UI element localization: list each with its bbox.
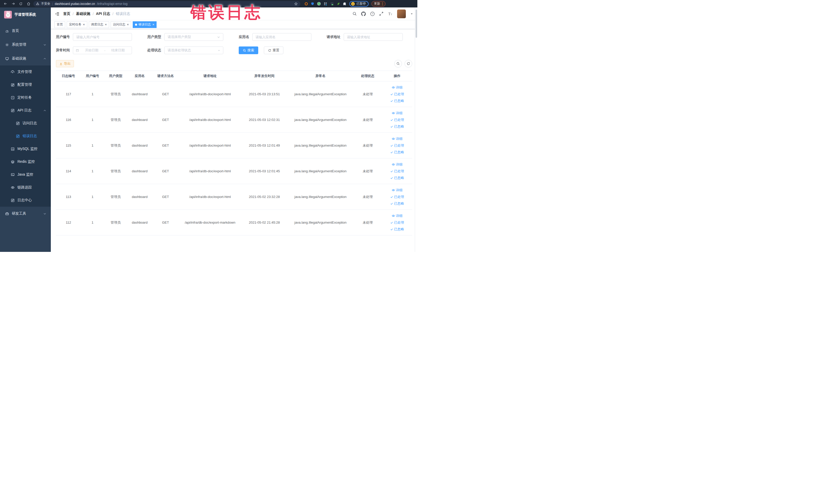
logo-rabbit-icon xyxy=(4,11,12,19)
font-size-icon[interactable]: TT xyxy=(388,12,393,16)
detail-action[interactable]: 详细 xyxy=(392,111,403,116)
cell-url: /api/infra/db-doc/export-html xyxy=(179,92,241,96)
ignore-action[interactable]: 已忽略 xyxy=(390,99,404,103)
processed-action[interactable]: 已处理 xyxy=(390,169,404,174)
tab-access-log[interactable]: 访问日志× xyxy=(110,21,131,28)
close-icon[interactable]: × xyxy=(152,23,155,26)
ignore-action[interactable]: 已忽略 xyxy=(390,227,404,231)
extension-icon[interactable] xyxy=(304,2,308,6)
sidebar-item-system[interactable]: 系统管理 xyxy=(0,38,51,52)
ignore-action[interactable]: 已忽略 xyxy=(390,124,404,129)
cell-app: dashboard xyxy=(127,118,152,122)
github-icon[interactable] xyxy=(361,12,366,16)
forward-button[interactable] xyxy=(10,1,16,7)
profile-badge[interactable]: 已暂停 xyxy=(349,1,369,7)
ignore-action[interactable]: 已忽略 xyxy=(390,176,404,180)
cell-exception: java.lang.IllegalArgumentException xyxy=(287,195,353,199)
cell-actions: 详细已处理已忽略 xyxy=(382,214,412,231)
detail-action[interactable]: 详细 xyxy=(392,85,403,90)
security-label[interactable]: 不安全 xyxy=(41,2,50,6)
date-end-placeholder[interactable]: 结束日期 xyxy=(107,48,129,53)
breadcrumb: 首页/ 基础设施/ API 日志/ 错误日志 xyxy=(63,12,130,16)
detail-action[interactable]: 详细 xyxy=(392,188,403,193)
tab-job-log[interactable]: 调度日志× xyxy=(89,21,109,28)
breadcrumb-infra[interactable]: 基础设施 xyxy=(76,12,90,16)
processed-action[interactable]: 已处理 xyxy=(390,92,404,97)
eye-icon xyxy=(11,186,15,189)
page-scrollbar[interactable] xyxy=(415,7,418,252)
processed-action[interactable]: 已处理 xyxy=(390,143,404,148)
refresh-table-button[interactable] xyxy=(405,60,412,67)
sidebar-item-log-center[interactable]: 日志中心 xyxy=(0,194,51,207)
view-icon xyxy=(392,112,395,115)
close-icon[interactable]: × xyxy=(127,23,129,26)
req-url-field-label: 请求地址 xyxy=(327,35,341,39)
hamburger-icon[interactable] xyxy=(55,12,60,16)
sidebar-item-file[interactable]: 文件管理 xyxy=(0,65,51,78)
sidebar-item-java[interactable]: Java 监控 xyxy=(0,168,51,181)
export-button[interactable]: 导出 xyxy=(56,60,74,67)
detail-action[interactable]: 详细 xyxy=(392,137,403,141)
processed-action[interactable]: 已处理 xyxy=(390,118,404,122)
docs-help-icon[interactable]: ? xyxy=(370,12,375,16)
close-icon[interactable]: × xyxy=(83,23,85,26)
sidebar-item-access-log[interactable]: 访问日志 xyxy=(0,117,51,130)
sidebar-item-mysql[interactable]: MySQL 监控 xyxy=(0,142,51,155)
sidebar-item-dev-tools[interactable]: 研发工具 xyxy=(0,207,51,221)
cell-exception: java.lang.IllegalArgumentException xyxy=(287,221,353,224)
processed-action[interactable]: 已处理 xyxy=(390,195,404,199)
update-button[interactable]: 更新 xyxy=(371,1,386,7)
tab-home[interactable]: 首页 xyxy=(55,21,65,28)
req-url-field[interactable] xyxy=(344,33,403,41)
status-select[interactable]: 请选择处理状态 xyxy=(164,46,223,54)
search-button[interactable]: 搜索 xyxy=(239,46,258,54)
extension-icon[interactable] xyxy=(311,2,314,5)
sidebar-item-config[interactable]: 配置管理 xyxy=(0,78,51,91)
date-range-picker[interactable]: 开始日期 - 结束日期 xyxy=(73,46,132,54)
detail-action[interactable]: 详细 xyxy=(392,214,403,218)
close-icon[interactable]: × xyxy=(105,23,107,26)
breadcrumb-home[interactable]: 首页 xyxy=(63,12,70,16)
app-name-field[interactable] xyxy=(252,33,311,41)
back-button[interactable] xyxy=(3,1,8,7)
sidebar-item-tracing[interactable]: 链路追踪 xyxy=(0,181,51,194)
user-type-field[interactable]: 请选择用户类型 xyxy=(164,33,223,41)
bookmark-star-icon[interactable] xyxy=(294,2,298,6)
avatar[interactable] xyxy=(397,9,406,18)
extension-icon[interactable] xyxy=(324,2,327,6)
reset-button[interactable]: 重置 xyxy=(264,46,283,54)
sidebar-item-job[interactable]: 定时任务 xyxy=(0,91,51,104)
search-icon[interactable] xyxy=(352,12,357,16)
scrollbar-thumb[interactable] xyxy=(415,9,417,38)
chevron-down-icon xyxy=(43,212,47,216)
user-id-field[interactable] xyxy=(73,33,132,41)
sidebar-item-home[interactable]: 首页 xyxy=(0,24,51,38)
fullscreen-icon[interactable] xyxy=(379,12,384,16)
ignore-action[interactable]: 已忽略 xyxy=(390,150,404,155)
toggle-search-button[interactable] xyxy=(394,60,402,67)
sidebar-item-error-log[interactable]: 错误日志 xyxy=(0,130,51,142)
cell-user-type: 管理员 xyxy=(104,195,127,199)
reload-button[interactable] xyxy=(18,1,24,7)
sidebar-item-api-log[interactable]: API 日志 xyxy=(0,104,51,117)
tab-error-log[interactable]: 错误日志× xyxy=(133,21,157,28)
extensions-puzzle-icon[interactable] xyxy=(343,2,347,6)
processed-action[interactable]: 已处理 xyxy=(390,220,404,225)
tab-job[interactable]: 定时任务× xyxy=(67,21,87,28)
extension-icon[interactable] xyxy=(317,2,321,6)
ignore-action[interactable]: 已忽略 xyxy=(390,201,404,206)
clock-icon xyxy=(11,96,15,100)
menu-kebab-icon[interactable] xyxy=(382,2,383,6)
caret-down-icon[interactable] xyxy=(410,12,413,15)
extension-icon[interactable] xyxy=(337,2,340,5)
view-icon xyxy=(392,137,395,140)
home-button[interactable] xyxy=(26,1,31,7)
sidebar-item-infra[interactable]: 基础设施 xyxy=(0,52,51,65)
refresh-icon xyxy=(407,62,410,65)
sidebar-item-redis[interactable]: Redis 监控 xyxy=(0,155,51,168)
extension-icon[interactable]: OFF xyxy=(330,2,334,6)
breadcrumb-api-log[interactable]: API 日志 xyxy=(96,12,110,16)
app-logo[interactable]: 芋道管理系统 xyxy=(0,7,51,22)
date-start-placeholder[interactable]: 开始日期 xyxy=(81,48,103,53)
detail-action[interactable]: 详细 xyxy=(392,162,403,167)
